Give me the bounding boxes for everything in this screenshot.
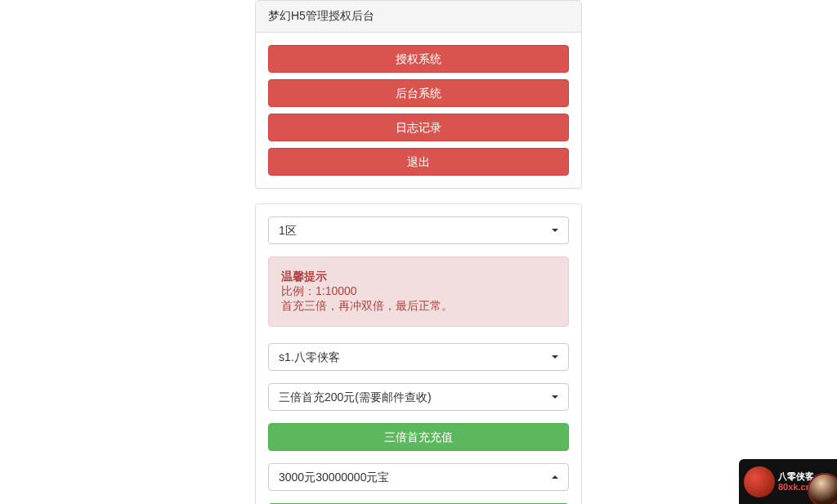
nav-exit-button[interactable]: 退出: [268, 148, 569, 176]
tip-line2: 首充三倍，再冲双倍，最后正常。: [281, 299, 453, 312]
chevron-down-icon: [552, 229, 558, 232]
amount-select-value: 3000元30000000元宝: [279, 471, 389, 484]
nav-auth-button[interactable]: 授权系统: [268, 45, 569, 73]
nav-log-button[interactable]: 日志记录: [268, 114, 569, 141]
chevron-down-icon: [552, 395, 558, 399]
tip-line1: 比例：1:10000: [281, 284, 357, 297]
watermark-avatar-icon: [808, 473, 837, 504]
nav-backend-button[interactable]: 后台系统: [268, 79, 569, 107]
main-panel: 1区 温馨提示 比例：1:10000 首充三倍，再冲双倍，最后正常。 s1.八零…: [255, 203, 582, 504]
package-select[interactable]: 三倍首充200元(需要邮件查收): [268, 383, 569, 411]
player-select-value: s1.八零侠客: [279, 350, 340, 364]
tip-heading: 温馨提示: [281, 270, 327, 283]
chevron-up-icon: [552, 475, 558, 479]
zone-select-group: 1区: [268, 216, 569, 244]
watermark-line1: 八零侠客: [778, 471, 814, 481]
chevron-down-icon: [552, 355, 558, 359]
zone-select-value: 1区: [279, 224, 297, 237]
player-select[interactable]: s1.八零侠客: [268, 343, 569, 371]
page-title: 梦幻H5管理授权后台: [256, 1, 581, 33]
amount-select-group: 3000元30000000元宝: [268, 463, 569, 491]
watermark-logo-icon: [744, 466, 775, 497]
package-select-group: 三倍首充200元(需要邮件查收): [268, 383, 569, 411]
triple-recharge-button[interactable]: 三倍首充充值: [268, 423, 569, 451]
player-select-group: s1.八零侠客: [268, 343, 569, 371]
watermark: 八零侠客 80xk.cn: [739, 459, 837, 504]
tip-alert: 温馨提示 比例：1:10000 首充三倍，再冲双倍，最后正常。: [268, 256, 569, 327]
main-panel-body: 1区 温馨提示 比例：1:10000 首充三倍，再冲双倍，最后正常。 s1.八零…: [256, 204, 581, 504]
amount-select[interactable]: 3000元30000000元宝: [268, 463, 569, 491]
package-select-value: 三倍首充200元(需要邮件查收): [279, 390, 432, 404]
zone-select[interactable]: 1区: [268, 216, 569, 244]
nav-panel-body: 授权系统 后台系统 日志记录 退出: [256, 33, 581, 188]
nav-panel: 梦幻H5管理授权后台 授权系统 后台系统 日志记录 退出: [255, 0, 582, 189]
